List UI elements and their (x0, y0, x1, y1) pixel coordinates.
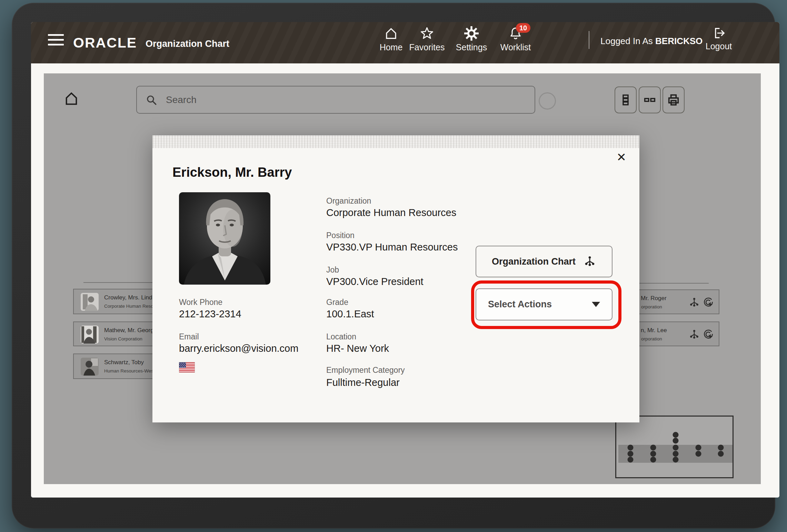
minimap-node-dot (718, 451, 724, 457)
minimap-node-dot (673, 438, 679, 444)
person-card-mathew[interactable]: Mathew, Mr. George Vision Corporation (73, 321, 156, 346)
logout-icon (712, 26, 726, 40)
minimap[interactable] (615, 416, 734, 478)
star-icon (420, 26, 434, 41)
loading-circle (539, 92, 556, 110)
minimap-node-dot (628, 445, 634, 451)
avatar (81, 326, 99, 344)
us-flag-icon (179, 362, 195, 372)
organization-label: Organization (326, 196, 371, 205)
search-input[interactable] (165, 94, 526, 106)
position-value: VP330.VP Human Resources (326, 241, 458, 253)
nav-favorites[interactable]: Favorites (401, 26, 453, 52)
app-window: ORACLE Organization Chart Home Favorites (31, 22, 779, 498)
work-phone-value: 212-123-2314 (179, 308, 241, 320)
employment-category-label: Employment Category (326, 366, 405, 375)
person-name: n, Mr. Lee (641, 327, 667, 334)
chart-search (136, 86, 535, 114)
minimap-node-dot (650, 451, 656, 457)
logout-button[interactable]: Logout (701, 26, 736, 51)
person-org: Corporate Human Resources (104, 304, 156, 309)
app-header: ORACLE Organization Chart Home Favorites (31, 22, 779, 63)
minimap-node-dot (673, 432, 679, 438)
minimap-node-dot (718, 445, 724, 451)
device-frame: ORACLE Organization Chart Home Favorites (12, 3, 775, 529)
position-label: Position (326, 231, 355, 240)
minimap-node-dot (696, 445, 701, 451)
home-icon (63, 91, 79, 106)
nav-favorites-label: Favorites (409, 43, 445, 52)
minimap-node-dot (628, 457, 634, 463)
employment-category-value: Fulltime-Regular (326, 377, 400, 388)
gear-icon (464, 26, 479, 41)
person-name: Schwartz, Toby (104, 359, 144, 366)
grade-label: Grade (326, 298, 348, 307)
close-icon[interactable]: ✕ (617, 151, 627, 163)
logged-in-prefix: Logged In As (600, 36, 655, 46)
vertical-cards-icon (618, 93, 633, 107)
logged-in-username: BERICKSO (655, 36, 703, 46)
logout-label: Logout (706, 42, 732, 51)
nav-worklist[interactable]: 10 Worklist (490, 26, 541, 52)
vertical-layout-button[interactable] (615, 86, 637, 113)
oracle-logo: ORACLE (73, 36, 137, 50)
minimap-node-dot (673, 445, 679, 451)
grade-value: 100.1.East (326, 308, 374, 320)
chevron-down-icon (592, 302, 600, 307)
minimap-node-dot (673, 457, 679, 463)
person-org: Vision Corporation (104, 336, 142, 341)
person-card-crowley[interactable]: Crowley, Mrs. Linda Corporate Human Reso… (73, 289, 156, 314)
nav-home-label: Home (380, 43, 403, 52)
org-chart-icon[interactable] (688, 297, 700, 308)
hamburger-menu-icon[interactable] (48, 33, 64, 46)
person-name: Mr. Roger (641, 295, 667, 302)
minimap-node-dot (673, 451, 679, 457)
person-name: Mathew, Mr. George (104, 327, 156, 334)
work-phone-label: Work Phone (179, 298, 222, 307)
person-org: orporation (641, 336, 662, 341)
page-content: Crowley, Mrs. Linda Corporate Human Reso… (31, 63, 779, 498)
nav-settings-label: Settings (456, 43, 487, 52)
print-button[interactable] (663, 86, 685, 113)
person-card-schwartz[interactable]: Schwartz, Toby Human Resources-West (73, 354, 156, 379)
header-divider (589, 31, 589, 49)
employee-photo (179, 192, 270, 285)
printer-icon (666, 93, 681, 107)
horizontal-cards-icon (642, 93, 657, 107)
avatar (81, 293, 99, 311)
focus-node-icon[interactable] (703, 329, 714, 340)
focus-node-icon[interactable] (703, 297, 714, 308)
minimap-node-dot (696, 451, 701, 457)
nav-worklist-label: Worklist (500, 43, 531, 52)
org-chart-canvas: Crowley, Mrs. Linda Corporate Human Reso… (44, 73, 761, 484)
select-actions-dropdown[interactable]: Select Actions (476, 288, 612, 320)
employee-detail-modal: ✕ Erickson, Mr. Barry (152, 135, 639, 422)
org-connector-line (83, 282, 153, 283)
horizontal-layout-button[interactable] (639, 86, 661, 113)
employee-name-title: Erickson, Mr. Barry (172, 165, 292, 180)
location-value: HR- New York (326, 342, 389, 354)
select-actions-label: Select Actions (488, 299, 552, 310)
organization-chart-button-label: Organization Chart (492, 256, 576, 267)
org-chart-icon (583, 255, 596, 268)
chart-home-button[interactable] (63, 91, 79, 108)
organization-chart-button[interactable]: Organization Chart (476, 246, 612, 277)
home-icon (384, 26, 398, 41)
minimap-node-dot (650, 445, 656, 451)
job-label: Job (326, 265, 339, 274)
location-label: Location (326, 332, 356, 341)
email-value: barry.erickson@vision.com (179, 342, 298, 354)
person-org: orporation (641, 304, 662, 309)
person-name: Crowley, Mrs. Linda (104, 294, 156, 301)
org-chart-icon[interactable] (688, 329, 700, 340)
org-connector-line (634, 283, 709, 284)
minimap-node-dot (628, 451, 634, 457)
modal-top-texture (152, 135, 639, 148)
desktop: ORACLE Organization Chart Home Favorites (0, 0, 787, 532)
job-value: VP300.Vice President (326, 276, 424, 287)
email-label: Email (179, 332, 199, 341)
app-title: Organization Chart (146, 39, 229, 49)
search-icon (145, 94, 158, 106)
organization-value: Corporate Human Resources (326, 207, 456, 218)
logged-in-as: Logged In As BERICKSO (600, 36, 697, 46)
